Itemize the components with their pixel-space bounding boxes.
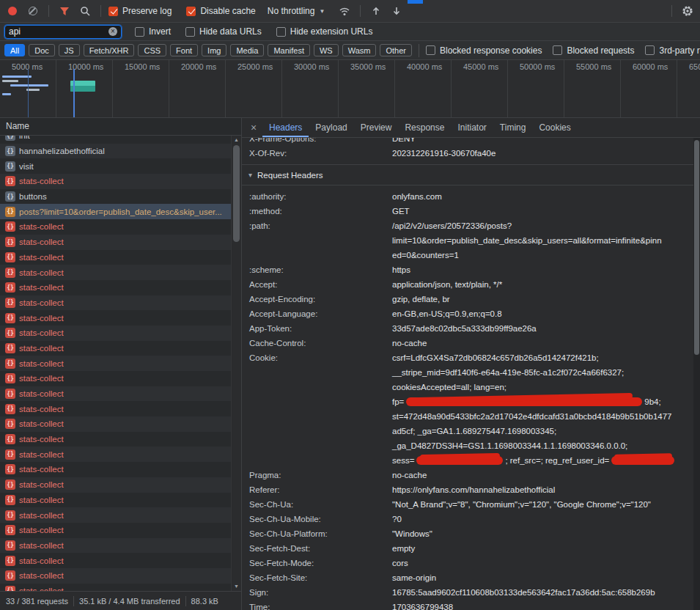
hide-extension-urls-checkbox[interactable]: Hide extension URLs [276,26,373,37]
request-row[interactable]: {}stats-collect [0,401,232,416]
invert-checkbox[interactable]: Invert [135,26,171,37]
third-party-requests-checkbox[interactable]: 3rd-party requests [645,45,700,56]
request-row[interactable]: {}buttons [0,189,232,205]
filter-chip-img[interactable]: Img [202,44,226,56]
request-row[interactable]: {}stats-collect [0,507,232,523]
disable-cache-checkbox[interactable]: Disable cache [186,6,255,16]
scrollbar-thumb[interactable] [233,145,240,242]
throttling-dropdown[interactable]: No throttling ▼ [268,6,325,16]
name-column-header[interactable]: Name [0,118,241,136]
blocked-requests-checkbox[interactable]: Blocked requests [553,45,634,56]
filter-bar: api × Invert Hide data URLs Hide extensi… [0,23,700,41]
header-row: Sec-Ch-Ua:"Not_A Brand";v="8", "Chromium… [249,497,693,512]
request-row[interactable]: {}posts?limit=10&order=publish_date_desc… [0,204,232,219]
request-row[interactable]: {}stats-collect [0,371,232,386]
request-row[interactable]: {}stats-collect [0,462,232,477]
request-row[interactable]: {}init [0,136,232,144]
request-row[interactable]: {}stats-collect [0,477,232,493]
request-row[interactable]: {}stats-collect [0,265,232,280]
filter-chip-wasm[interactable]: Wasm [342,44,377,56]
request-row[interactable]: {}stats-collect [0,493,232,508]
timeline-overview[interactable]: 5000 ms10000 ms15000 ms20000 ms25000 ms3… [0,60,700,118]
request-headers-section-header[interactable]: ▾ Request Headers [242,164,693,185]
close-details-icon[interactable]: × [245,122,262,133]
tab-payload[interactable]: Payload [309,118,353,137]
request-row[interactable]: {}stats-collect [0,584,232,591]
hide-data-urls-checkbox[interactable]: Hide data URLs [185,26,262,37]
request-row[interactable]: {}stats-collect [0,416,232,432]
import-har-button[interactable] [368,3,384,19]
filter-chip-fetch-xhr[interactable]: Fetch/XHR [84,44,135,56]
filter-chip-other[interactable]: Other [380,44,412,56]
tab-initiator[interactable]: Initiator [451,118,493,137]
clear-filter-icon[interactable]: × [108,27,117,36]
request-type-icon: {} [5,373,15,383]
request-type-icon: {} [5,434,15,444]
request-row[interactable]: {}stats-collect [0,386,232,402]
filter-chip-all[interactable]: All [4,44,25,56]
filter-chip-js[interactable]: JS [59,44,80,56]
tab-preview[interactable]: Preview [354,118,399,137]
request-row[interactable]: {}stats-collect [0,341,232,356]
header-row: Accept-Language:en-GB,en-US;q=0.9,en;q=0… [249,306,693,321]
toolbar-divider [100,5,101,17]
header-name: :authority: [249,189,392,204]
preserve-log-checkbox[interactable]: Preserve log [108,6,172,16]
request-row[interactable]: {}stats-collect [0,219,232,235]
scroll-up-icon[interactable]: ▲ [232,136,241,144]
request-row[interactable]: {}stats-collect [0,235,232,250]
third-party-requests-label: 3rd-party requests [659,45,700,56]
request-row[interactable]: {}stats-collect [0,280,232,295]
checkbox-checked-icon [186,7,196,16]
request-name: stats-collect [19,526,64,534]
record-button[interactable] [4,3,21,19]
tab-cookies[interactable]: Cookies [532,118,577,137]
request-name: stats-collect [19,405,64,414]
request-row[interactable]: {}stats-collect [0,356,232,371]
filter-chip-ws[interactable]: WS [314,44,339,56]
request-row[interactable]: {}stats-collect [0,538,232,554]
request-row[interactable]: {}stats-collect [0,310,232,326]
header-name: Sec-Fetch-Dest: [249,541,392,556]
export-har-button[interactable] [388,3,405,19]
preserve-log-label: Preserve log [122,6,172,16]
request-row[interactable]: {}stats-collect [0,523,232,538]
tick-label: 25000 ms [237,62,281,71]
request-list-scrollbar[interactable]: ▲ ▼ [231,136,241,591]
scroll-down-icon[interactable]: ▼ [232,582,241,591]
header-value: 202312261916-30670fa40e [392,146,693,161]
filter-input[interactable]: api × [4,25,122,39]
request-row[interactable]: {}stats-collect [0,295,232,311]
clear-button[interactable] [25,3,41,19]
filter-chip-font[interactable]: Font [170,44,198,56]
network-conditions-button[interactable] [336,3,353,19]
request-row[interactable]: {}hannahelizabethofficial [0,144,232,159]
request-row[interactable]: {}stats-collect [0,553,232,568]
request-row[interactable]: {}visit [0,158,232,174]
tick-label: 45000 ms [463,62,507,71]
header-row: X-Of-Rev:202312261916-30670fa40e [249,146,693,161]
filter-chip-css[interactable]: CSS [138,44,166,56]
request-row[interactable]: {}stats-collect [0,447,232,462]
tab-response[interactable]: Response [398,118,451,137]
tab-headers[interactable]: Headers [262,118,309,137]
filter-toggle-button[interactable] [56,3,73,19]
settings-button[interactable] [679,3,696,19]
search-button[interactable] [77,3,93,19]
filter-chip-manifest[interactable]: Manifest [268,44,310,56]
details-scrollbar[interactable] [693,138,700,610]
request-row[interactable]: {}stats-collect [0,174,232,189]
tab-timing[interactable]: Timing [493,118,533,137]
header-name: :scheme: [249,262,392,277]
status-divider [73,596,74,606]
filter-chip-doc[interactable]: Doc [29,44,55,56]
request-row[interactable]: {}stats-collect [0,568,232,584]
request-row[interactable]: {}stats-collect [0,432,232,447]
request-row[interactable]: {}stats-collect [0,326,232,341]
filter-chip-media[interactable]: Media [230,44,264,56]
header-value: ?0 [392,512,693,526]
request-name: stats-collect [19,238,64,246]
scrollbar-thumb[interactable] [694,140,699,355]
request-row[interactable]: {}stats-collect [0,250,232,265]
blocked-response-cookies-checkbox[interactable]: Blocked response cookies [426,45,542,56]
